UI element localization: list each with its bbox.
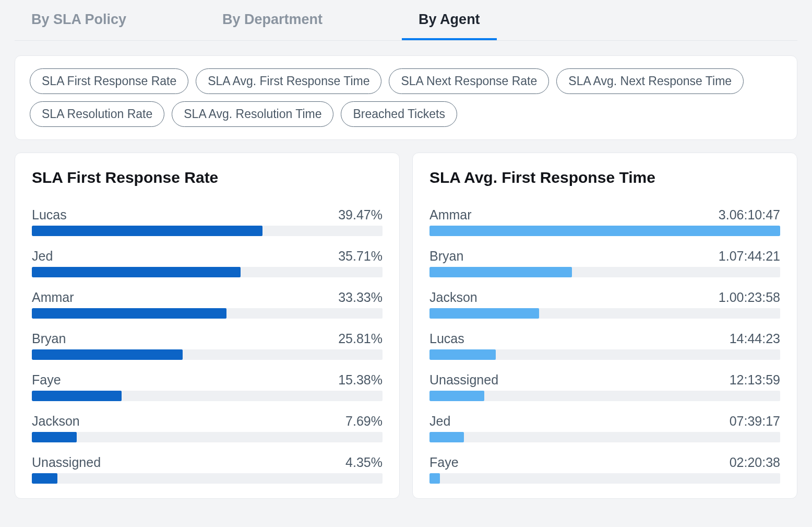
chart-title: SLA First Response Rate [32, 169, 383, 186]
bar-fill [429, 267, 572, 277]
bar-fill [32, 349, 183, 360]
bar-top: Faye15.38% [32, 372, 383, 388]
bar-value: 7.69% [345, 414, 383, 429]
bar-top: Jackson1.00:23:58 [429, 290, 780, 305]
bar-label: Unassigned [429, 372, 498, 388]
bar-value: 14:44:23 [730, 331, 780, 346]
bar-value: 39.47% [338, 207, 383, 222]
bar-track [32, 267, 383, 277]
bar-track [32, 308, 383, 319]
chip-sla-resolution-rate[interactable]: SLA Resolution Rate [30, 101, 164, 127]
bar-label: Jackson [32, 414, 80, 429]
bar-value: 07:39:17 [730, 414, 780, 429]
tab-sla-policy[interactable]: By SLA Policy [15, 0, 143, 40]
bar-value: 3.06:10:47 [719, 207, 780, 222]
bar-value: 33.33% [338, 290, 383, 305]
bar-label: Jed [32, 249, 53, 264]
chip-sla-first-response-rate[interactable]: SLA First Response Rate [30, 68, 188, 94]
bar-fill [429, 432, 464, 442]
bar-top: Jed35.71% [32, 249, 383, 264]
chip-row: SLA First Response Rate SLA Avg. First R… [30, 68, 782, 127]
bar-top: Ammar3.06:10:47 [429, 207, 780, 222]
bar-label: Ammar [429, 207, 472, 222]
bar-top: Unassigned4.35% [32, 455, 383, 470]
bar-fill [429, 349, 496, 360]
bar-item: Lucas14:44:23 [429, 331, 780, 360]
chip-sla-next-response-rate[interactable]: SLA Next Response Rate [389, 68, 549, 94]
bar-track [429, 308, 780, 319]
bar-item: Ammar3.06:10:47 [429, 207, 780, 236]
chip-sla-avg-first-response-time[interactable]: SLA Avg. First Response Time [196, 68, 381, 94]
bar-label: Lucas [32, 207, 67, 222]
bar-label: Unassigned [32, 455, 101, 470]
bar-value: 12:13:59 [730, 372, 780, 388]
charts-row: SLA First Response Rate Lucas39.47%Jed35… [15, 153, 797, 499]
bar-track [32, 226, 383, 236]
chip-sla-avg-resolution-time[interactable]: SLA Avg. Resolution Time [172, 101, 333, 127]
bar-track [32, 432, 383, 442]
bar-list: Ammar3.06:10:47Bryan1.07:44:21Jackson1.0… [429, 207, 780, 484]
bar-label: Faye [32, 372, 61, 388]
tabs-nav: By SLA Policy By Department By Agent [15, 0, 797, 41]
bar-label: Bryan [429, 249, 463, 264]
bar-top: Ammar33.33% [32, 290, 383, 305]
bar-track [32, 473, 383, 484]
page-container: By SLA Policy By Department By Agent SLA… [0, 0, 812, 513]
bar-top: Jackson7.69% [32, 414, 383, 429]
bar-value: 02:20:38 [730, 455, 780, 470]
bar-top: Lucas39.47% [32, 207, 383, 222]
bar-value: 35.71% [338, 249, 383, 264]
bar-track [429, 267, 780, 277]
bar-fill [429, 226, 780, 236]
bar-fill [32, 473, 57, 484]
bar-label: Jed [429, 414, 450, 429]
tab-department[interactable]: By Department [206, 0, 339, 40]
bar-top: Unassigned12:13:59 [429, 372, 780, 388]
bar-track [429, 473, 780, 484]
bar-item: Ammar33.33% [32, 290, 383, 319]
bar-fill [32, 267, 241, 277]
bar-top: Bryan25.81% [32, 331, 383, 346]
chip-sla-avg-next-response-time[interactable]: SLA Avg. Next Response Time [556, 68, 744, 94]
bar-value: 25.81% [338, 331, 383, 346]
bar-item: Jackson1.00:23:58 [429, 290, 780, 319]
bar-track [429, 391, 780, 401]
bar-top: Lucas14:44:23 [429, 331, 780, 346]
bar-top: Bryan1.07:44:21 [429, 249, 780, 264]
bar-track [32, 391, 383, 401]
bar-value: 1.07:44:21 [719, 249, 780, 264]
bar-top: Faye02:20:38 [429, 455, 780, 470]
bar-item: Jed35.71% [32, 249, 383, 277]
bar-item: Faye15.38% [32, 372, 383, 401]
bar-item: Bryan1.07:44:21 [429, 249, 780, 277]
bar-value: 4.35% [345, 455, 383, 470]
chart-card-avg-first-response-time: SLA Avg. First Response Time Ammar3.06:1… [412, 153, 797, 499]
bar-fill [32, 391, 122, 401]
tab-agent[interactable]: By Agent [402, 0, 497, 40]
chip-breached-tickets[interactable]: Breached Tickets [341, 101, 457, 127]
bar-fill [429, 473, 440, 484]
bar-item: Faye02:20:38 [429, 455, 780, 484]
chart-title: SLA Avg. First Response Time [429, 169, 780, 186]
bar-item: Unassigned12:13:59 [429, 372, 780, 401]
bar-label: Bryan [32, 331, 66, 346]
bar-item: Bryan25.81% [32, 331, 383, 360]
filter-chip-card: SLA First Response Rate SLA Avg. First R… [15, 55, 797, 140]
bar-fill [32, 226, 262, 236]
bar-label: Ammar [32, 290, 74, 305]
bar-item: Unassigned4.35% [32, 455, 383, 484]
bar-fill [429, 308, 539, 319]
bar-track [429, 226, 780, 236]
bar-track [32, 349, 383, 360]
bar-track [429, 432, 780, 442]
bar-item: Jed07:39:17 [429, 414, 780, 442]
bar-top: Jed07:39:17 [429, 414, 780, 429]
bar-value: 1.00:23:58 [719, 290, 780, 305]
bar-label: Jackson [429, 290, 477, 305]
bar-label: Lucas [429, 331, 464, 346]
bar-fill [32, 308, 226, 319]
bar-track [429, 349, 780, 360]
bar-fill [429, 391, 484, 401]
bar-item: Jackson7.69% [32, 414, 383, 442]
bar-label: Faye [429, 455, 459, 470]
